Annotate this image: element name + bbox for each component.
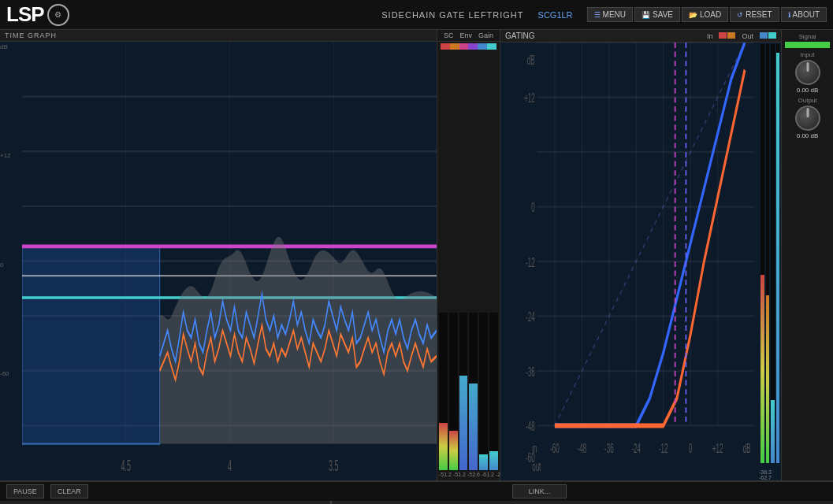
output-knob[interactable]	[795, 106, 820, 131]
in-meter-color-2	[727, 32, 735, 39]
input-label: Input	[801, 51, 815, 58]
top-bar: LSP ⚙ SIDECHAIN GATE LEFTRIGHT SCG1LR ☰ …	[0, 0, 833, 30]
input-knob-indicator	[806, 62, 809, 72]
db-label-0: 0	[0, 261, 22, 269]
db-label-top: dB	[0, 43, 22, 50]
out-meter-val: -62.7	[759, 475, 772, 480]
reset-button[interactable]: ↺ RESET	[730, 7, 779, 22]
gate-header: Gate	[332, 501, 833, 504]
out-meter-fill-1	[771, 400, 775, 463]
output-section: Output 0.00 dB	[785, 97, 830, 139]
out-meter-fill-2	[776, 53, 780, 463]
logo: LSP ⚙	[6, 2, 69, 27]
link-button[interactable]: LINK...	[512, 484, 567, 498]
load-button[interactable]: 📂 LOAD	[682, 7, 728, 22]
out-label: Out	[742, 32, 753, 40]
svg-text:-36: -36	[526, 365, 535, 380]
load-icon: 📂	[689, 11, 697, 19]
control-bar: PAUSE CLEAR LINK...	[0, 481, 833, 501]
svg-text:+12: +12	[524, 91, 535, 106]
clear-button[interactable]: CLEAR	[50, 484, 88, 498]
pause-button[interactable]: PAUSE	[6, 484, 44, 498]
svg-text:-12: -12	[526, 255, 535, 270]
gating-panel: GATING In Out	[500, 30, 782, 480]
meter-color-boxes	[437, 42, 500, 51]
output-knob-indicator	[806, 108, 809, 117]
meter-header: SC Env Gain	[437, 30, 500, 42]
main-content: TIME GRAPH dB +12 0 -60	[0, 30, 833, 480]
signal-section: Signal	[785, 33, 830, 48]
top-right-controls: SIDECHAIN GATE LEFTRIGHT SCG1LR ☰ MENU 💾…	[381, 7, 827, 22]
sidechain-header: Sidechain	[0, 501, 330, 504]
in-out-labels: In Out	[707, 32, 776, 40]
svg-text:0: 0	[689, 441, 692, 456]
svg-text:out: out	[532, 459, 541, 474]
env-color-box-1	[459, 43, 469, 50]
svg-text:dB: dB	[527, 53, 535, 68]
svg-text:3.5: 3.5	[329, 456, 339, 474]
svg-text:-12: -12	[659, 441, 668, 456]
logo-text: LSP	[6, 2, 44, 27]
out-meter-color-2	[768, 32, 776, 39]
gating-meter-values: -38.3 -62.7	[759, 469, 781, 480]
svg-text:-36: -36	[604, 441, 614, 456]
sc-color-box-1	[441, 43, 450, 50]
svg-text:+12: +12	[712, 441, 723, 456]
sc-env-gain-panel: SC Env Gain	[437, 30, 500, 480]
gating-graph-area: +12 0 -12 -24 -36 -48 -60 dB in -60 -48	[500, 43, 781, 480]
about-icon: ℹ	[788, 11, 790, 19]
svg-text:dB: dB	[743, 441, 751, 456]
save-icon: 💾	[641, 11, 650, 19]
in-label: In	[707, 32, 713, 40]
time-graph-panel: TIME GRAPH dB +12 0 -60	[0, 30, 437, 480]
env-label: Env	[459, 32, 472, 39]
env-color-box-2	[468, 43, 478, 50]
gating-svg: +12 0 -12 -24 -36 -48 -60 dB in -60 -48	[500, 43, 781, 480]
signal-meter	[785, 42, 830, 48]
in-meter-color-1	[719, 32, 727, 39]
time-graph-header: TIME GRAPH	[0, 30, 437, 42]
svg-line-50	[555, 43, 745, 426]
gain-color-box-1	[478, 43, 487, 50]
in-meter-fill-1	[760, 275, 764, 463]
gate-section: Gate Reduction Makeup Attack Release Cur…	[332, 501, 833, 504]
output-value: 0.00 dB	[797, 132, 819, 139]
time-graph-svg: 4.5 4 3.5	[22, 42, 437, 480]
db-label-12: +12	[0, 152, 22, 159]
menu-icon: ☰	[594, 11, 601, 19]
gating-in-out-meters	[759, 43, 781, 465]
svg-text:-24: -24	[526, 309, 535, 324]
save-button[interactable]: 💾 SAVE	[634, 7, 680, 22]
bottom-controls: Sidechain Preamp Reactivity Lookahead Se…	[0, 501, 833, 504]
gating-header: GATING In Out	[500, 30, 781, 43]
menu-button[interactable]: ☰ MENU	[587, 7, 633, 22]
input-knob[interactable]	[795, 60, 820, 85]
right-area: GATING In Out	[500, 30, 833, 480]
gating-and-signal: GATING In Out	[500, 30, 833, 480]
time-graph-area: dB +12 0 -60	[0, 42, 437, 480]
reset-icon: ↺	[737, 11, 743, 19]
bottom-section: PAUSE CLEAR LINK... Sidechain Preamp Rea…	[0, 480, 833, 504]
svg-text:-48: -48	[526, 419, 535, 434]
svg-text:in: in	[532, 441, 537, 456]
sc-label: SC	[444, 32, 454, 39]
svg-text:4.5: 4.5	[121, 456, 132, 474]
control-bar-left: PAUSE CLEAR	[6, 484, 95, 498]
signal-panel: Signal Input 0.00 dB Output	[782, 30, 833, 480]
input-value: 0.00 dB	[797, 87, 819, 94]
db-label-neg60: -60	[0, 370, 22, 377]
svg-text:0: 0	[531, 200, 534, 215]
in-meter-val-1: -38.3	[759, 469, 772, 475]
time-graph-y-labels: dB +12 0 -60	[0, 42, 22, 480]
output-label: Output	[798, 97, 816, 104]
about-button[interactable]: ℹ ABOUT	[781, 7, 827, 22]
signal-meter-fill	[785, 42, 830, 48]
svg-text:4: 4	[228, 456, 232, 474]
gain-label: Gain	[478, 32, 493, 39]
gain-color-box-2	[487, 43, 496, 50]
input-section: Input 0.00 dB	[785, 51, 830, 94]
plugin-title: SIDECHAIN GATE LEFTRIGHT	[381, 10, 523, 20]
out-meter-color-1	[760, 32, 768, 39]
sc-color-box-2	[450, 43, 459, 50]
signal-label: Signal	[798, 33, 816, 40]
